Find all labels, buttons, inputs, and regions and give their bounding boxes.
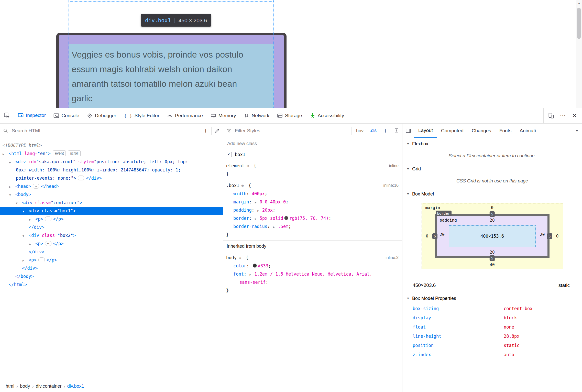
saka-gui-root-node[interactable]: pointer-events: none;">⋯</div> xyxy=(0,174,223,182)
token-tri[interactable]: ▶ xyxy=(255,201,257,204)
rule-close[interactable]: } xyxy=(223,286,402,295)
css-declaration[interactable]: border-radius: ▶ .5em; xyxy=(223,222,402,231)
token-tri[interactable]: ▶ xyxy=(273,225,275,229)
margin-top-value[interactable]: 0 xyxy=(422,205,563,210)
rule-selector[interactable]: body⊕ {inline:2 xyxy=(223,254,402,262)
all-tabs-dropdown-icon[interactable]: ▾ xyxy=(572,124,582,138)
tab-animations[interactable]: Animati xyxy=(515,124,540,138)
tab-computed[interactable]: Computed xyxy=(437,124,468,138)
breadcrumb-item-html[interactable]: html xyxy=(4,384,16,389)
selector-highlight-icon[interactable]: ⊕ xyxy=(239,255,241,260)
html-node[interactable]: ▶<html lang="en">eventscroll xyxy=(0,149,223,158)
search-html-input[interactable] xyxy=(11,128,200,134)
box-model-padding-area[interactable]: padding 20 20 20 20 400×153.6 xyxy=(437,216,547,256)
doctype-line[interactable]: <!DOCTYPE html> xyxy=(0,141,223,149)
tab-memory[interactable]: Memory xyxy=(207,108,240,123)
add-rule-button[interactable]: + xyxy=(380,127,391,135)
add-class-input[interactable] xyxy=(227,141,402,147)
closing-tag[interactable]: </html> xyxy=(0,280,223,289)
css-declaration[interactable]: color: #333; xyxy=(223,262,402,270)
rule-close[interactable]: } xyxy=(223,231,402,239)
saka-gui-root-node[interactable]: ▶<div id="saka-gui-root" style="position… xyxy=(0,158,223,166)
sidebar-toggle-button[interactable] xyxy=(402,124,414,138)
html-tree-view[interactable]: <!DOCTYPE html>▶<html lang="en">eventscr… xyxy=(0,138,223,380)
token-ellipsis[interactable]: ⋯ xyxy=(38,257,45,262)
border-left-value[interactable]: 5 xyxy=(432,233,437,239)
css-declaration[interactable]: sans-serif; xyxy=(223,278,402,286)
selector-highlight-icon[interactable]: ⊕ xyxy=(247,164,249,168)
token-tri[interactable]: ▶ xyxy=(257,209,259,212)
border-bottom-value[interactable]: 5 xyxy=(490,255,495,261)
box-model-section-header[interactable]: ▼ Box Model xyxy=(402,188,582,200)
p-node[interactable]: ▶<p>⋯</p> xyxy=(0,239,223,248)
rule-close[interactable]: } xyxy=(223,170,402,178)
token-ellipsis[interactable]: ⋯ xyxy=(78,176,84,180)
filter-styles-input[interactable] xyxy=(234,128,352,134)
border-right-value[interactable]: 5 xyxy=(547,233,552,239)
breadcrumb-item-box1[interactable]: div.box1 xyxy=(65,384,86,389)
tab-storage[interactable]: Storage xyxy=(273,108,306,123)
padding-bottom-value[interactable]: 20 xyxy=(437,250,547,255)
tab-layout[interactable]: Layout xyxy=(414,124,437,138)
box2-node[interactable]: ▼<div class="box2"> xyxy=(0,231,223,239)
toggle-classes-button[interactable]: .cls xyxy=(367,123,380,138)
tab-network[interactable]: Network xyxy=(240,108,273,123)
token-ellipsis[interactable]: ⋯ xyxy=(45,216,51,221)
closing-tag[interactable]: </div> xyxy=(0,248,223,256)
closing-tag[interactable]: </div> xyxy=(0,223,223,231)
token-tri[interactable]: ▶ xyxy=(255,217,257,221)
meatball-menu-button[interactable]: ⋯ xyxy=(557,108,569,123)
rule-selector[interactable]: .box1⊕ {inline:16 xyxy=(223,181,402,190)
tab-console[interactable]: Console xyxy=(50,108,83,123)
selector-highlight-icon[interactable]: ⊕ xyxy=(241,183,244,188)
tab-inspector[interactable]: Inspector xyxy=(14,108,50,123)
padding-left-value[interactable]: 20 xyxy=(440,232,445,237)
grid-section-header[interactable]: ▼ Grid xyxy=(402,163,582,175)
rule-selector[interactable]: element⊕ {inline xyxy=(223,162,402,170)
add-class-row[interactable] xyxy=(223,138,402,149)
pick-element-button[interactable] xyxy=(0,108,14,123)
p-node[interactable]: ▶<p>⋯</p> xyxy=(0,256,223,264)
css-declaration[interactable]: font: ▶ 1.2em / 1.5 Helvetica Neue, Helv… xyxy=(223,270,402,278)
css-declaration[interactable]: width: 400px; xyxy=(223,190,402,198)
breadcrumb-item-body[interactable]: body xyxy=(18,384,32,389)
tab-debugger[interactable]: Debugger xyxy=(83,108,120,123)
flexbox-section-header[interactable]: ▼ Flexbox xyxy=(402,138,582,149)
tab-fonts[interactable]: Fonts xyxy=(495,124,516,138)
box-model-margin-area[interactable]: margin 0 40 0 0 border 5 5 5 5 padding 2… xyxy=(422,203,563,269)
scrollbar-thumb[interactable] xyxy=(577,8,581,39)
css-declaration[interactable]: border: ▶ 5px solidrgb(75, 70, 74); xyxy=(223,214,402,222)
rule-source-link[interactable]: inline:16 xyxy=(383,181,399,190)
css-declaration[interactable]: margin: ▶ 0 0 40px 0; xyxy=(223,198,402,206)
class-checkbox[interactable] xyxy=(227,152,232,157)
breadcrumb-item-container[interactable]: div.container xyxy=(34,384,64,389)
container-node[interactable]: ▼<div class="container"> xyxy=(0,199,223,207)
responsive-design-mode-button[interactable] xyxy=(545,108,557,123)
eyedropper-button[interactable] xyxy=(212,128,223,133)
tab-changes[interactable]: Changes xyxy=(468,124,495,138)
color-swatch[interactable] xyxy=(284,216,288,220)
p-node[interactable]: ▶<p>⋯</p> xyxy=(0,215,223,223)
tab-performance[interactable]: Performance xyxy=(163,108,207,123)
token-ellipsis[interactable]: ⋯ xyxy=(33,184,39,189)
closing-tag[interactable]: </div> xyxy=(0,264,223,272)
token-tri[interactable]: ▶ xyxy=(249,273,251,276)
closing-tag[interactable]: </body> xyxy=(0,272,223,280)
token-badge[interactable]: event xyxy=(53,150,66,156)
color-swatch[interactable] xyxy=(253,264,257,268)
add-node-button[interactable]: + xyxy=(200,127,211,135)
margin-right-value[interactable]: 0 xyxy=(556,234,559,238)
print-media-simulation-button[interactable] xyxy=(391,128,402,133)
box1-node-selected[interactable]: ▼<div class="box1"> xyxy=(0,207,223,215)
margin-left-value[interactable]: 0 xyxy=(426,234,429,238)
close-devtools-button[interactable]: ✕ xyxy=(569,108,580,123)
padding-top-value[interactable]: 20 xyxy=(437,218,547,223)
css-declaration[interactable]: padding: ▶ 20px; xyxy=(223,206,402,214)
border-top-value[interactable]: 5 xyxy=(490,211,495,217)
margin-bottom-value[interactable]: 40 xyxy=(422,262,563,267)
toggle-pseudo-classes-button[interactable]: :hov xyxy=(352,124,367,138)
box-model-properties-header[interactable]: ▼ Box Model Properties xyxy=(402,293,582,304)
tab-accessibility[interactable]: Accessibility xyxy=(306,108,348,123)
rule-source-link[interactable]: inline xyxy=(389,162,399,170)
head-node[interactable]: ▶<head>⋯</head> xyxy=(0,182,223,190)
